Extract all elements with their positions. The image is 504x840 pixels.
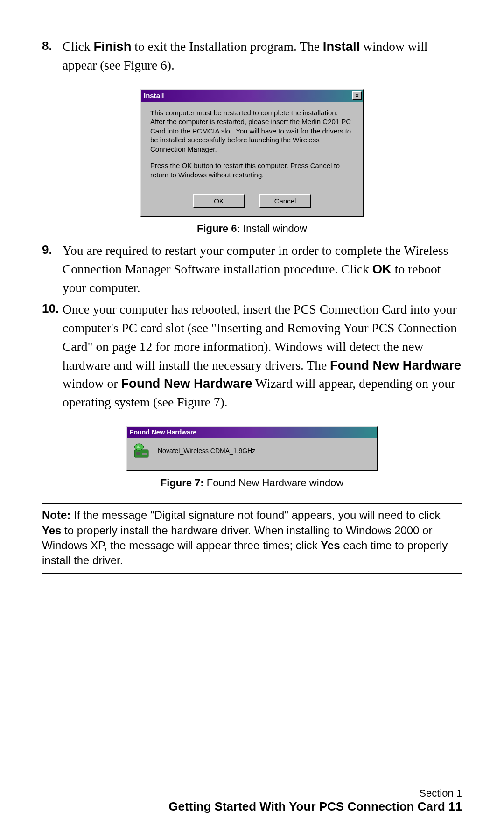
figure-caption: Figure 7: Found New Hardware window [42, 477, 462, 489]
bold: Finish [93, 39, 131, 54]
dialog-body: This computer must be restarted to compl… [141, 102, 363, 191]
figure-6: Install × This computer must be restarte… [42, 89, 462, 235]
step-number: 9. [42, 241, 63, 297]
bold: Found New Hardware [121, 376, 252, 391]
step-10: 10. Once your computer has rebooted, ins… [42, 300, 462, 412]
caption-label: Figure 6: [197, 223, 240, 234]
dialog-button-row: OK Cancel [141, 190, 363, 216]
dialog-title: Install [144, 91, 164, 99]
bold: Install [323, 39, 360, 54]
section-label: Section 1 [168, 787, 462, 799]
text: window or [63, 376, 121, 391]
text: to exit the Installation program. The [131, 39, 322, 54]
note-label: Note: [42, 509, 70, 521]
cancel-button[interactable]: Cancel [259, 194, 311, 208]
step-number: 10. [42, 300, 63, 412]
text: Click [63, 39, 93, 54]
bold: Found New Hardware [330, 358, 461, 372]
caption-text: Found New Hardware window [204, 477, 344, 489]
step-8: 8. Click Finish to exit the Installation… [42, 37, 462, 75]
step-9: 9. You are required to restart your comp… [42, 241, 462, 297]
step-text: Once your computer has rebooted, insert … [63, 300, 462, 412]
step-number: 8. [42, 37, 63, 75]
note-box: Note: If the message "Digital signature … [42, 503, 462, 574]
step-text: Click Finish to exit the Installation pr… [63, 37, 462, 75]
dialog-paragraph: This computer must be restarted to compl… [150, 108, 354, 154]
dialog-titlebar: Found New Hardware [127, 427, 377, 438]
close-icon[interactable]: × [352, 91, 362, 100]
ok-button[interactable]: OK [193, 194, 245, 208]
text: If the message "Digital signature not fo… [70, 509, 440, 521]
caption-text: Install window [240, 223, 307, 234]
install-dialog: Install × This computer must be restarte… [140, 89, 364, 217]
dialog-title: Found New Hardware [130, 428, 196, 436]
device-name: Novatel_Wireless CDMA_1.9GHz [158, 447, 255, 455]
svg-rect-1 [136, 452, 140, 455]
figure-caption: Figure 6: Install window [42, 223, 462, 235]
page-footer: Section 1 Getting Started With Your PCS … [168, 787, 462, 814]
found-new-hardware-dialog: Found New Hardware Novatel_Wireless CDMA… [126, 426, 378, 471]
step-text: You are required to restart your compute… [63, 241, 462, 297]
caption-label: Figure 7: [161, 477, 204, 489]
dialog-paragraph: Press the OK button to restart this comp… [150, 161, 354, 179]
bold: Yes [321, 539, 340, 552]
figure-7: Found New Hardware Novatel_Wireless CDMA… [42, 426, 462, 489]
footer-title: Getting Started With Your PCS Connection… [168, 799, 462, 814]
bold: Yes [42, 524, 61, 537]
dialog-titlebar: Install × [141, 90, 363, 102]
svg-rect-2 [142, 453, 147, 455]
dialog-body: Novatel_Wireless CDMA_1.9GHz [127, 438, 377, 470]
hardware-icon [133, 442, 151, 459]
bold: OK [372, 262, 392, 276]
